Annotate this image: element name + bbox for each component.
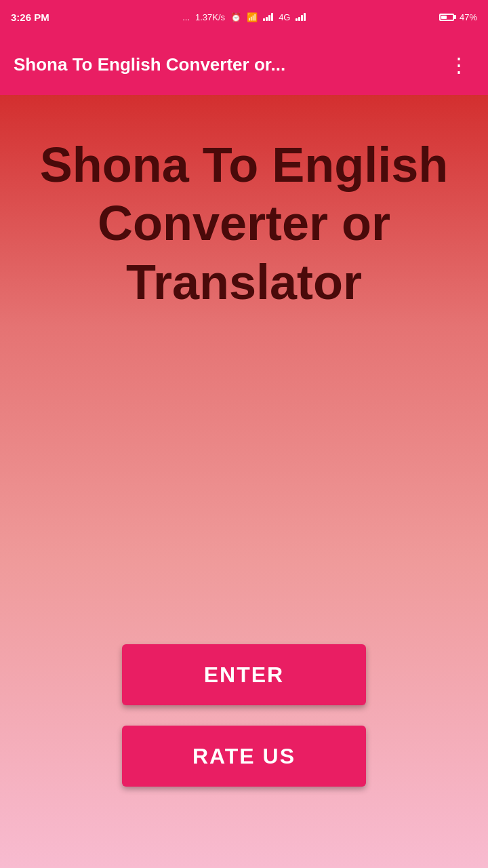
enter-button[interactable]: ENTER [122,644,366,705]
wifi-icon: 📶 [247,12,258,22]
speed-indicator: 1.37K/s [195,12,225,22]
app-main-title: Shona To English Converter or Translator [0,136,488,311]
main-content: Shona To English Converter or Translator… [0,95,488,868]
rate-us-button[interactable]: RATE US [122,726,366,787]
battery-icon [439,14,454,21]
alarm-icon: ⏰ [230,12,241,22]
status-time: 3:26 PM [11,12,49,23]
signal-icon [263,12,273,23]
status-right: 47% [439,12,477,22]
signal-icon-2 [296,12,306,23]
buttons-container: ENTER RATE US [122,644,366,787]
battery-percent: 47% [460,12,477,22]
dots-icon: ... [182,12,190,22]
network-type: 4G [279,12,290,22]
status-center: ... 1.37K/s ⏰ 📶 4G [182,12,306,23]
app-bar: Shona To English Converter or... ⋮ [0,34,488,95]
app-bar-title: Shona To English Converter or... [14,54,443,75]
overflow-menu-icon[interactable]: ⋮ [443,47,474,82]
status-bar: 3:26 PM ... 1.37K/s ⏰ 📶 4G 47% [0,0,488,34]
